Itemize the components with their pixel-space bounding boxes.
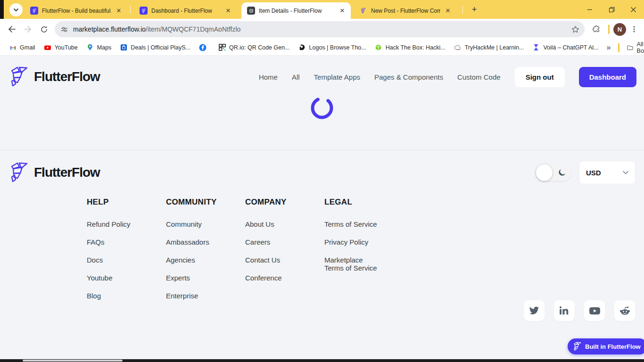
- window-minimize-button[interactable]: [579, 0, 601, 19]
- bookmark-voila[interactable]: Voilà – ChatGPT Al...: [528, 41, 603, 54]
- site-info-icon[interactable]: [60, 25, 68, 33]
- site-footer: FlutterFlow USD HELP Refund Policy FAQs …: [0, 150, 644, 359]
- window-frame-edge: [0, 0, 4, 19]
- bookmark-facebook[interactable]: [195, 41, 214, 54]
- footer-column-help: HELP Refund Policy FAQs Docs Youtube Blo…: [87, 197, 162, 308]
- tab-title: New Post - FlutterFlow Commu: [371, 8, 440, 14]
- bookmark-maps[interactable]: Maps: [82, 41, 116, 54]
- tab-item-details[interactable]: Item Details - FlutterFlow ✕: [241, 2, 351, 19]
- bookmark-logos[interactable]: Logos | Browse Tho...: [294, 41, 371, 54]
- tab-close-icon[interactable]: ✕: [115, 7, 123, 15]
- footer-link-experts[interactable]: Experts: [166, 272, 225, 284]
- footer-link-about-us[interactable]: About Us: [245, 218, 304, 230]
- footer-logo[interactable]: FlutterFlow: [8, 161, 100, 184]
- tab-close-icon[interactable]: ✕: [339, 7, 346, 15]
- reload-button[interactable]: [36, 21, 52, 37]
- youtube-link[interactable]: [584, 300, 605, 321]
- nav-link-all[interactable]: All: [292, 73, 300, 81]
- tab-close-icon[interactable]: ✕: [224, 7, 232, 15]
- tab-close-icon[interactable]: ✕: [444, 7, 452, 15]
- puzzle-icon: [592, 25, 601, 33]
- footer-link-agencies[interactable]: Agencies: [166, 254, 225, 266]
- loading-spinner: [309, 95, 335, 121]
- browser-menu-button[interactable]: [626, 21, 642, 37]
- extensions-button[interactable]: [588, 21, 604, 37]
- reddit-link[interactable]: [614, 300, 635, 321]
- flutterflow-logo[interactable]: FlutterFlow: [8, 65, 100, 89]
- nav-link-pages-components[interactable]: Pages & Components: [374, 73, 443, 81]
- footer-column-community: COMMUNITY Community Ambassadors Agencies…: [166, 197, 241, 308]
- tab-flutterflow-home[interactable]: FlutterFlow - Build beautiful, mo ✕: [25, 2, 127, 19]
- dark-mode-toggle[interactable]: [536, 164, 571, 181]
- nav-link-template-apps[interactable]: Template Apps: [314, 73, 360, 81]
- main-navigation: Home All Template Apps Pages & Component…: [259, 67, 636, 87]
- theme-accent-divider: [608, 25, 610, 34]
- footer-column-legal: LEGAL Terms of Service Privacy Policy Ma…: [324, 197, 400, 280]
- bookmark-hackthebox[interactable]: Hack The Box: Hacki...: [371, 41, 450, 54]
- tab-title: FlutterFlow - Build beautiful, mo: [42, 8, 111, 14]
- all-bookmarks-button[interactable]: All Bookmarks: [623, 41, 644, 54]
- bookmark-label: Hack The Box: Hacki...: [386, 44, 446, 51]
- loading-area: [0, 95, 644, 121]
- address-bar[interactable]: marketplace.flutterflow.io/item/MQWQCF71…: [55, 21, 585, 37]
- footer-link-contact-us[interactable]: Contact Us: [245, 254, 304, 266]
- currency-select[interactable]: USD: [579, 161, 636, 184]
- window-restore-button[interactable]: [601, 0, 622, 19]
- profile-avatar[interactable]: N: [613, 23, 626, 36]
- footer-link-faqs[interactable]: FAQs: [87, 236, 146, 248]
- bookmark-qr-io[interactable]: QR.io: QR Code Gen...: [214, 41, 294, 54]
- moon-icon: [557, 168, 567, 177]
- nav-link-custom-code[interactable]: Custom Code: [457, 73, 501, 81]
- bookmarks-overflow-button[interactable]: »: [603, 43, 615, 52]
- url-text: marketplace.flutterflow.io/item/MQWQCF71…: [73, 25, 240, 33]
- bookmark-gmail[interactable]: Gmail: [5, 41, 40, 54]
- footer-column-title: LEGAL: [324, 197, 400, 207]
- nav-link-home[interactable]: Home: [259, 73, 278, 81]
- youtube-icon: [589, 305, 600, 316]
- bookmark-label: Deals | Official PlayS...: [131, 44, 190, 51]
- bookmark-label: Gmail: [20, 44, 35, 51]
- tab-title: Item Details - FlutterFlow: [259, 8, 335, 14]
- url-path: /item/MQWQCF71DqmAoNtffzlo: [146, 25, 240, 33]
- footer-link-ambassadors[interactable]: Ambassadors: [166, 236, 225, 248]
- bookmark-star-icon[interactable]: [571, 25, 580, 34]
- footer-link-blog[interactable]: Blog: [87, 290, 146, 302]
- footer-link-youtube[interactable]: Youtube: [87, 272, 146, 284]
- footer-link-marketplace-terms[interactable]: Marketplace Terms of Service: [324, 254, 383, 274]
- built-in-flutterflow-badge[interactable]: Built in FlutterFlow: [568, 338, 644, 354]
- all-bookmarks-label: All Bookmarks: [637, 41, 644, 54]
- sign-out-button[interactable]: Sign out: [515, 67, 565, 87]
- flutterflow-favicon: [140, 7, 148, 15]
- scrollbar-thumb[interactable]: [23, 360, 123, 362]
- footer-link-privacy-policy[interactable]: Privacy Policy: [324, 236, 383, 248]
- reddit-icon: [619, 305, 630, 316]
- browser-toolbar: marketplace.flutterflow.io/item/MQWQCF71…: [0, 19, 644, 40]
- tab-search-button[interactable]: [9, 3, 23, 16]
- footer-link-careers[interactable]: Careers: [245, 236, 304, 248]
- footer-link-refund-policy[interactable]: Refund Policy: [87, 218, 146, 230]
- toggle-knob: [536, 165, 553, 181]
- tab-new-post[interactable]: New Post - FlutterFlow Commu ✕: [354, 2, 456, 19]
- back-button[interactable]: [4, 21, 20, 37]
- hackthebox-cube-icon: [375, 44, 382, 51]
- window-close-button[interactable]: [622, 0, 644, 19]
- bookmark-youtube[interactable]: YouTube: [40, 41, 82, 54]
- footer-link-terms-of-service[interactable]: Terms of Service: [324, 218, 383, 230]
- footer-link-conference[interactable]: Conference: [245, 272, 304, 284]
- footer-link-community[interactable]: Community: [166, 218, 225, 230]
- dashboard-button[interactable]: Dashboard: [579, 67, 636, 87]
- linkedin-link[interactable]: [554, 300, 575, 321]
- footer-link-docs[interactable]: Docs: [87, 254, 146, 266]
- footer-link-enterprise[interactable]: Enterprise: [166, 290, 225, 302]
- youtube-icon: [44, 44, 51, 51]
- twitter-link[interactable]: [524, 300, 545, 321]
- bookmark-tryhackme[interactable]: TryHackMe | Learnin...: [450, 41, 528, 54]
- forward-button[interactable]: [20, 21, 36, 37]
- site-header: FlutterFlow Home All Template Apps Pages…: [0, 56, 644, 98]
- bookmark-playstation-deals[interactable]: Deals | Official PlayS...: [116, 41, 195, 54]
- horizontal-scrollbar[interactable]: [0, 359, 644, 362]
- currency-value: USD: [586, 169, 623, 177]
- tab-dashboard[interactable]: Dashboard - FlutterFlow ✕: [134, 2, 237, 19]
- page-content: FlutterFlow Home All Template Apps Pages…: [0, 56, 644, 359]
- new-tab-button[interactable]: +: [469, 4, 480, 15]
